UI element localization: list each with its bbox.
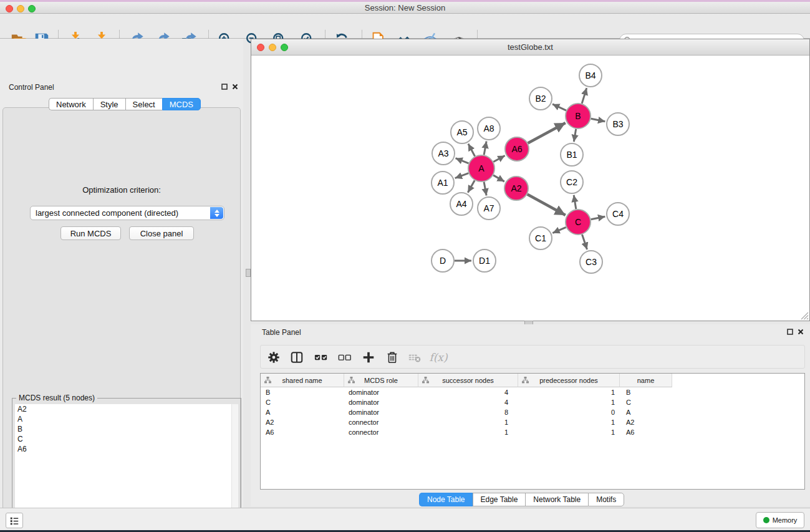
edge-A-A8[interactable] <box>484 142 486 155</box>
tab-motifs[interactable]: Motifs <box>588 493 624 506</box>
tab-node-table[interactable]: Node Table <box>419 493 473 506</box>
edge-A-A7[interactable] <box>484 182 486 196</box>
result-item[interactable]: C <box>15 434 238 444</box>
table-header-row: shared nameMCDS rolesuccessor nodesprede… <box>261 374 804 387</box>
node-B2[interactable]: B2 <box>529 87 552 110</box>
maximize-window-button[interactable] <box>28 5 36 12</box>
edge-A-A6[interactable] <box>493 156 504 162</box>
node-C1[interactable]: C1 <box>529 226 552 250</box>
optimization-criterion-label: Optimization criterion: <box>3 185 240 195</box>
column-header-shared-name[interactable]: shared name <box>261 374 344 387</box>
network-canvas[interactable]: B4B2BB3A8A5A6A3B1AC2A1A2A4A7C4CC1C3DD1 <box>251 56 809 321</box>
edge-A-A5[interactable] <box>468 144 475 157</box>
tab-network-table[interactable]: Network Table <box>525 493 588 506</box>
create-column-plus-icon[interactable] <box>360 349 377 365</box>
node-A4[interactable]: A4 <box>450 192 473 216</box>
node-A3[interactable]: A3 <box>432 142 455 165</box>
node-A2[interactable]: A2 <box>504 176 529 201</box>
table-row[interactable]: Cdominator41C <box>261 397 804 407</box>
edge-A6-B[interactable] <box>528 123 566 143</box>
table-row[interactable]: Bdominator41B <box>261 387 804 397</box>
tab-edge-table[interactable]: Edge Table <box>473 493 526 506</box>
edge-C-C4[interactable] <box>591 216 605 220</box>
result-item[interactable]: A <box>15 414 238 424</box>
dropdown-value: largest connected component (directed) <box>36 208 178 218</box>
vertical-splitter-handle[interactable] <box>246 269 251 277</box>
edge-B-B1[interactable] <box>574 129 576 142</box>
table-cell: 1 <box>418 427 518 437</box>
result-item[interactable]: B <box>15 424 238 434</box>
table-cell: dominator <box>344 407 418 417</box>
node-D[interactable]: D <box>431 249 455 273</box>
result-item[interactable]: A6 <box>15 444 238 454</box>
unselect-all-columns-icon[interactable] <box>337 349 353 365</box>
node-A[interactable]: A <box>468 155 495 182</box>
table-cell: A <box>620 407 672 417</box>
minimize-window-button[interactable] <box>17 5 24 12</box>
node-A7[interactable]: A7 <box>477 196 501 220</box>
window-title: Session: New Session <box>365 3 445 12</box>
show-column-panel-icon[interactable] <box>289 349 305 365</box>
node-B1[interactable]: B1 <box>560 143 584 167</box>
select-all-columns-icon[interactable] <box>313 349 329 365</box>
node-C3[interactable]: C3 <box>579 250 603 274</box>
edge-B-B4[interactable] <box>582 88 587 104</box>
edge-A2-C[interactable] <box>528 195 566 215</box>
tab-style[interactable]: Style <box>93 98 125 110</box>
resize-grip-icon[interactable] <box>799 310 809 320</box>
task-history-button[interactable] <box>6 513 23 528</box>
delete-table-icon[interactable] <box>407 349 423 365</box>
node-C[interactable]: C <box>565 209 591 235</box>
tab-select[interactable]: Select <box>125 98 162 110</box>
column-header-name[interactable]: name <box>620 374 672 387</box>
float-panel-icon[interactable] <box>221 84 228 90</box>
column-header-MCDS-role[interactable]: MCDS role <box>344 374 418 387</box>
node-B[interactable]: B <box>565 103 591 129</box>
close-table-panel-icon[interactable] <box>798 329 804 335</box>
function-builder-icon[interactable]: f(x) <box>430 349 446 365</box>
node-A8[interactable]: A8 <box>477 117 501 140</box>
table-settings-gear-icon[interactable] <box>266 349 282 365</box>
edge-C-C1[interactable] <box>552 227 566 233</box>
delete-column-trash-icon[interactable] <box>384 349 400 365</box>
node-A6[interactable]: A6 <box>504 137 529 162</box>
edge-C-C3[interactable] <box>582 235 587 249</box>
table-row[interactable]: A2connector11A2 <box>261 417 804 427</box>
table-row[interactable]: A6connector11A6 <box>261 427 804 437</box>
edge-B-B3[interactable] <box>591 118 605 122</box>
node-B4[interactable]: B4 <box>579 64 602 87</box>
table-row[interactable]: Adominator80A <box>261 407 804 417</box>
application-window: Session: New Session <box>0 0 810 532</box>
tab-network[interactable]: Network <box>49 98 93 110</box>
edge-A-A3[interactable] <box>456 158 469 163</box>
column-header-predecessor-nodes[interactable]: predecessor nodes <box>518 374 620 387</box>
edge-C-C2[interactable] <box>574 195 576 210</box>
close-window-button[interactable] <box>6 5 13 12</box>
node-A5[interactable]: A5 <box>450 120 474 144</box>
status-bar: Memory <box>0 508 810 530</box>
tab-mcds[interactable]: MCDS <box>162 98 201 110</box>
column-header-successor-nodes[interactable]: successor nodes <box>418 374 518 387</box>
edge-A-A1[interactable] <box>455 173 469 178</box>
network-window-titlebar[interactable]: testGlobe.txt <box>251 39 809 56</box>
close-network-button[interactable] <box>257 44 264 51</box>
node-table[interactable]: shared nameMCDS rolesuccessor nodesprede… <box>260 373 805 490</box>
minimize-network-button[interactable] <box>269 44 276 51</box>
memory-button[interactable]: Memory <box>756 512 804 528</box>
node-A1[interactable]: A1 <box>431 171 455 195</box>
close-panel-icon[interactable] <box>232 84 238 90</box>
close-panel-button[interactable]: Close panel <box>129 226 194 240</box>
optimization-criterion-dropdown[interactable]: largest connected component (directed) <box>30 206 224 220</box>
table-cell: A2 <box>261 417 344 427</box>
node-D1[interactable]: D1 <box>473 249 496 273</box>
edge-A-A2[interactable] <box>493 175 504 181</box>
node-C2[interactable]: C2 <box>560 170 584 194</box>
run-mcds-button[interactable]: Run MCDS <box>60 226 121 240</box>
result-item[interactable]: A2 <box>15 404 238 414</box>
edge-A-A4[interactable] <box>468 180 475 193</box>
edge-B-B2[interactable] <box>552 104 566 110</box>
float-table-panel-icon[interactable] <box>787 329 793 335</box>
maximize-network-button[interactable] <box>281 44 288 51</box>
node-C4[interactable]: C4 <box>606 202 630 226</box>
node-B3[interactable]: B3 <box>606 112 630 136</box>
